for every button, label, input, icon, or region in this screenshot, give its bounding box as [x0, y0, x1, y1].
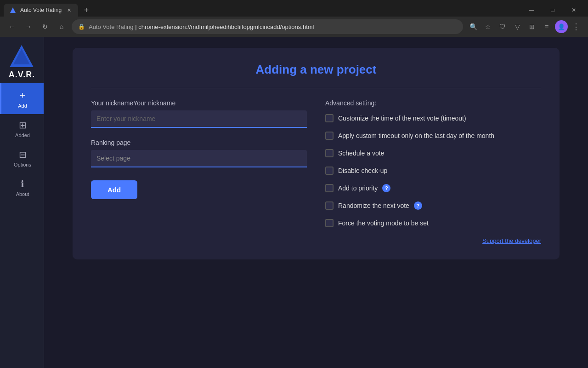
checkbox-row-4: Disable check-up	[325, 167, 541, 175]
url-text: Auto Vote Rating | chrome-extension://md…	[89, 23, 457, 30]
checkbox-7[interactable]	[325, 219, 334, 227]
checkbox-label-5: Add to priority	[338, 184, 378, 192]
add-nav-icon: ＋	[18, 89, 27, 101]
app-layout: A.V.R. ＋ Add ⊞ Added ⊟ Options ℹ About A…	[0, 37, 588, 368]
checkbox-row-2: Apply custom timeout only on the last da…	[325, 132, 541, 140]
checkbox-row-7: Force the voting mode to be set	[325, 219, 541, 227]
checkbox-2[interactable]	[325, 132, 334, 140]
sidebar-item-add[interactable]: ＋ Add	[0, 83, 44, 114]
checkbox-3[interactable]	[325, 149, 334, 157]
sidebar-item-added[interactable]: ⊞ Added	[0, 114, 44, 144]
sidebar-item-about-label: About	[16, 191, 29, 197]
maximize-button[interactable]: □	[542, 2, 563, 18]
right-panel: Advanced setting: Customize the time of …	[325, 99, 541, 245]
options-nav-icon: ⊟	[19, 149, 27, 160]
left-panel: Your nicknameYour nickname Ranking page …	[91, 99, 307, 245]
window-controls: — □ ✕	[521, 2, 588, 18]
added-nav-icon: ⊞	[19, 120, 27, 131]
tab-bar: Auto Vote Rating ✕ + — □ ✕	[0, 0, 588, 17]
sidebar: A.V.R. ＋ Add ⊞ Added ⊟ Options ℹ About	[0, 37, 44, 368]
checkbox-label-2: Apply custom timeout only on the last da…	[338, 132, 494, 139]
main-content: Adding a new project Your nicknameYour n…	[44, 37, 588, 368]
url-field[interactable]: 🔒 Auto Vote Rating | chrome-extension://…	[72, 19, 463, 34]
tab-favicon	[9, 6, 17, 14]
about-nav-icon: ℹ	[21, 178, 24, 190]
checkbox-row-1: Customize the time of the next vote (tim…	[325, 114, 541, 122]
sidebar-item-add-label: Add	[18, 103, 27, 109]
window-close-button[interactable]: ✕	[563, 2, 584, 18]
checkbox-5[interactable]	[325, 184, 334, 192]
checkbox-label-7: Force the voting mode to be set	[338, 219, 429, 227]
ranking-label: Ranking page	[91, 139, 307, 146]
svg-marker-0	[10, 7, 16, 13]
sidebar-item-options-label: Options	[14, 162, 31, 167]
checkbox-row-6: Randomize the next vote ?	[325, 201, 541, 210]
sidebar-logo: A.V.R.	[9, 44, 35, 80]
checkbox-row-3: Schedule a vote	[325, 149, 541, 157]
page-title: Adding a new project	[91, 63, 541, 77]
tab-title: Auto Vote Rating	[20, 7, 62, 13]
add-project-card: Adding a new project Your nicknameYour n…	[73, 48, 560, 259]
address-bar: ← → ↻ ⌂ 🔒 Auto Vote Rating | chrome-exte…	[0, 17, 588, 37]
checkbox-label-1: Customize the time of the next vote (tim…	[338, 115, 466, 122]
minimize-button[interactable]: —	[521, 2, 542, 18]
sidebar-nav: ＋ Add ⊞ Added ⊟ Options ℹ About	[0, 83, 44, 202]
bookmark-icon[interactable]: ☆	[481, 20, 494, 33]
support-link-wrapper: Support the developer	[325, 236, 541, 245]
logo-icon	[9, 44, 34, 68]
tab-close-button[interactable]: ✕	[65, 6, 73, 14]
ext1-icon[interactable]: ▽	[511, 20, 524, 33]
checkbox-label-4: Disable check-up	[338, 167, 387, 174]
add-project-button[interactable]: Add	[91, 180, 137, 199]
browser-frame: Auto Vote Rating ✕ + — □ ✕ ← → ↻ ⌂ 🔒 Aut…	[0, 0, 588, 37]
checkbox-label-3: Schedule a vote	[338, 150, 384, 157]
active-tab[interactable]: Auto Vote Rating ✕	[4, 4, 78, 17]
profile-avatar[interactable]: 👤	[555, 20, 568, 33]
refresh-button[interactable]: ↻	[39, 20, 51, 33]
forward-button[interactable]: →	[22, 20, 35, 33]
back-button[interactable]: ←	[6, 20, 18, 33]
shield-icon[interactable]: 🛡	[496, 20, 509, 33]
sidebar-item-added-label: Added	[15, 132, 30, 138]
checkbox-1[interactable]	[325, 114, 334, 122]
ranking-page-select[interactable]: Select page	[91, 150, 307, 167]
nickname-input[interactable]	[91, 110, 307, 128]
chrome-menu-button[interactable]: ⋮	[570, 20, 582, 33]
toolbar-icons: 🔍 ☆ 🛡 ▽ ⊞ ≡ 👤 ⋮	[467, 20, 582, 33]
home-button[interactable]: ⌂	[55, 20, 68, 33]
checkbox-4[interactable]	[325, 167, 334, 175]
logo-text: A.V.R.	[9, 70, 35, 80]
lock-icon: 🔒	[78, 23, 85, 30]
support-developer-link[interactable]: Support the developer	[482, 237, 541, 244]
sidebar-item-about[interactable]: ℹ About	[0, 173, 44, 202]
sidebar-item-options[interactable]: ⊟ Options	[0, 144, 44, 173]
ext2-icon[interactable]: ⊞	[526, 20, 538, 33]
ext3-icon[interactable]: ≡	[540, 20, 553, 33]
checkbox-label-6: Randomize the next vote	[338, 202, 409, 209]
nickname-label: Your nicknameYour nickname	[91, 99, 307, 107]
title-divider	[91, 88, 541, 88]
advanced-settings-label: Advanced setting:	[325, 99, 541, 107]
checkbox-6[interactable]	[325, 201, 334, 210]
card-body: Your nicknameYour nickname Ranking page …	[91, 99, 541, 245]
priority-help-icon[interactable]: ?	[382, 184, 390, 192]
randomize-help-icon[interactable]: ?	[414, 201, 422, 210]
zoom-icon[interactable]: 🔍	[467, 20, 480, 33]
add-button-wrapper: Add	[91, 167, 307, 199]
checkbox-row-5: Add to priority ?	[325, 184, 541, 192]
new-tab-button[interactable]: +	[80, 4, 93, 17]
